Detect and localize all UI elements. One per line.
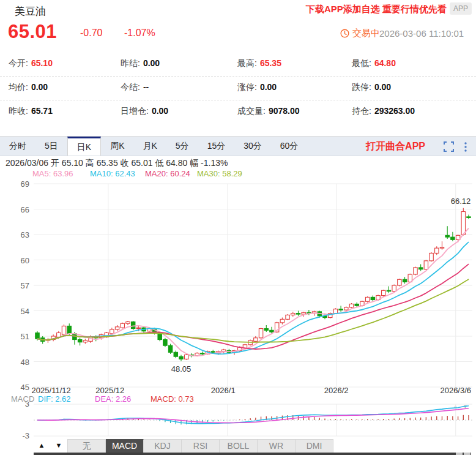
zoom-out-button[interactable]: ▼ — [51, 439, 67, 452]
quote-cell: 均价:0.00 — [9, 82, 48, 93]
period-tab-日K[interactable]: 日K — [67, 137, 101, 156]
quote-timestamp: 2026-03-06 11:10:01 — [379, 28, 464, 39]
fullscreen-icon[interactable] — [444, 141, 454, 152]
scrollbar-button-left[interactable] — [456, 453, 463, 455]
ma-legend-item: MA10: 62.43 — [90, 169, 135, 178]
quote-label: 涨停: — [237, 82, 257, 92]
period-tab-15分[interactable]: 15分 — [198, 137, 235, 156]
quote-value: 293263.00 — [374, 106, 415, 116]
indicator-tab-DMI[interactable]: DMI — [296, 439, 333, 453]
period-tab-5日[interactable]: 5日 — [35, 137, 67, 156]
quote-label: 最低: — [352, 58, 371, 68]
indicator-tab-KDJ[interactable]: KDJ — [144, 439, 182, 453]
ohlc-info-line: 2026/03/06 开 65.10 高 65.35 收 65.01 低 64.… — [6, 158, 228, 169]
scrollbar-button-right[interactable] — [464, 453, 470, 455]
y-axis-tick: 57 — [21, 281, 29, 290]
quote-label: 日增仓: — [121, 106, 149, 116]
quote-cell: 日增仓:0.00 — [121, 106, 168, 117]
quote-label: 今开: — [9, 58, 28, 68]
ma-legend-item: MA20: 60.24 — [145, 169, 190, 178]
kline-chart[interactable]: 69666360575451484566.1248.05 — [0, 178, 476, 390]
quote-cell: 今结:-- — [121, 82, 149, 93]
quote-cell: 持仓:293263.00 — [352, 106, 415, 117]
ma-legend-item: MA5: 63.96 — [32, 169, 73, 178]
kebab-menu-icon[interactable] — [464, 141, 467, 152]
macd-y-tick-bottom: -3 — [22, 431, 29, 439]
period-tab-60分[interactable]: 60分 — [271, 137, 308, 156]
quote-row: 今开:65.10昨结:0.00最高:65.35最低:64.80 — [0, 53, 476, 77]
instrument-title: 美豆油 — [15, 4, 46, 18]
quote-value: 65.35 — [260, 58, 281, 68]
quote-row: 昨收:65.71日增仓:0.00成交量:9078.00持仓:293263.00 — [0, 100, 476, 124]
indicator-bar: ▲ ▼ 无MACDKDJRSIBOLLWRDMI — [0, 439, 476, 453]
period-tab-5分[interactable]: 5分 — [166, 137, 198, 156]
zoom-in-button[interactable]: ▲ — [34, 439, 50, 452]
y-axis-tick: 69 — [21, 179, 29, 189]
y-axis-tick: 45 — [21, 383, 29, 390]
quote-grid: 今开:65.10昨结:0.00最高:65.35最低:64.80均价:0.00今结… — [0, 53, 476, 124]
period-tab-周K[interactable]: 周K — [101, 137, 133, 156]
macd-y-tick-top: 3 — [25, 402, 29, 408]
price-annotation: 66.12 — [451, 197, 471, 206]
price-annotation: 48.05 — [171, 364, 192, 374]
quote-value: 0.00 — [374, 82, 391, 92]
clock-icon — [340, 29, 349, 38]
quote-value: 0.00 — [260, 82, 277, 92]
quote-cell: 最高:65.35 — [237, 58, 281, 69]
quote-label: 跌停: — [352, 82, 371, 92]
x-axis-label: 2025/11/12 — [32, 386, 71, 395]
quote-label: 最高: — [237, 58, 257, 68]
quote-cell: 昨收:65.71 — [9, 106, 53, 117]
y-axis-tick: 66 — [21, 205, 29, 214]
period-tabs: 分时5日日K周K月K5分15分30分60分 — [0, 137, 307, 156]
x-axis-label: 2026/2 — [324, 386, 349, 395]
quote-value: 65.10 — [31, 58, 53, 68]
quote-value: -- — [143, 82, 149, 92]
quote-cell: 昨结:0.00 — [121, 58, 160, 69]
last-price: 65.01 — [8, 21, 57, 43]
quote-label: 昨收: — [9, 106, 28, 116]
y-axis-tick: 48 — [21, 358, 29, 367]
period-tab-分时[interactable]: 分时 — [0, 137, 35, 156]
indicator-tab-BOLL[interactable]: BOLL — [220, 439, 258, 453]
indicator-tab-RSI[interactable]: RSI — [182, 439, 220, 453]
indicator-tabs: 无MACDKDJRSIBOLLWRDMI — [67, 439, 333, 453]
x-axis-label: 2025/12 — [95, 386, 124, 395]
quote-cell: 最低:64.80 — [352, 58, 396, 69]
price-change-percent: -1.07% — [124, 28, 155, 39]
quote-value: 65.71 — [31, 106, 53, 116]
y-axis-tick: 63 — [21, 230, 29, 239]
app-badge[interactable]: APP — [450, 2, 472, 15]
quote-cell: 涨停:0.00 — [237, 82, 277, 93]
price-change: -0.70 — [80, 28, 102, 39]
quote-cell: 跌停:0.00 — [352, 82, 391, 93]
period-tab-30分[interactable]: 30分 — [234, 137, 271, 156]
quote-value: 0.00 — [152, 106, 168, 116]
period-tab-月K[interactable]: 月K — [133, 137, 166, 156]
x-axis-label: 2026/1 — [211, 386, 236, 395]
horizontal-scrollbar[interactable] — [34, 453, 471, 455]
indicator-tab-MACD[interactable]: MACD — [106, 439, 144, 453]
quote-cell: 成交量:9078.00 — [237, 106, 300, 117]
period-tabbar: 分时5日日K周K月K5分15分30分60分 打开曲合APP — [0, 136, 476, 156]
futures-quote-page: { "header": { "title": "美豆油", "promo": "… — [0, 0, 476, 455]
dif-line — [37, 406, 469, 424]
quote-row: 均价:0.00今结:--涨停:0.00跌停:0.00 — [0, 77, 476, 100]
quote-label: 成交量: — [237, 106, 266, 116]
indicator-tab-WR[interactable]: WR — [258, 439, 296, 453]
x-axis-label: 2026/3/6 — [440, 386, 471, 395]
y-axis-tick: 60 — [21, 256, 29, 265]
quote-cell: 今开:65.10 — [9, 58, 53, 69]
quote-value: 64.80 — [374, 58, 396, 68]
trading-status-label: 交易中 — [352, 28, 380, 39]
open-app-link[interactable]: 打开曲合APP — [366, 137, 444, 156]
indicator-tab-无[interactable]: 无 — [67, 439, 106, 453]
quote-value: 0.00 — [143, 58, 160, 68]
download-app-promo[interactable]: 下载APP添加自选 重要行情优先看 — [306, 4, 447, 15]
y-axis-tick: 54 — [21, 307, 29, 316]
macd-chart[interactable]: 3-3 — [0, 402, 476, 439]
quote-label: 昨结: — [121, 58, 140, 68]
quote-label: 持仓: — [352, 106, 371, 116]
quote-label: 今结: — [121, 82, 140, 92]
quote-value: 9078.00 — [269, 106, 300, 116]
